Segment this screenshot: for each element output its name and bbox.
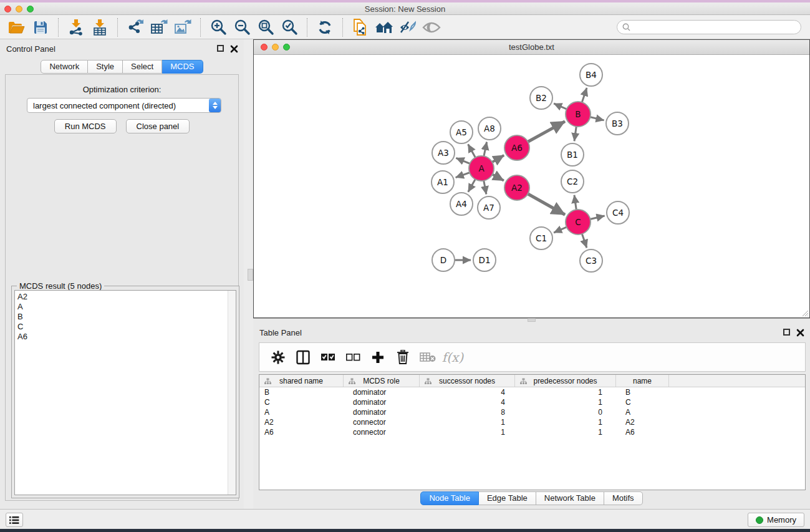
open-session-icon[interactable] — [7, 18, 26, 37]
node-A8[interactable]: A8 — [478, 117, 501, 140]
node-A[interactable]: A — [469, 156, 494, 181]
clone-network-icon[interactable] — [351, 18, 370, 37]
node-C2[interactable]: C2 — [561, 170, 584, 193]
svg-text:C1: C1 — [536, 233, 547, 243]
column-header-successor-nodes[interactable]: successor nodes — [420, 375, 515, 387]
mcds-result-list[interactable]: A2ABCA6 — [14, 290, 236, 495]
import-network-icon[interactable] — [67, 18, 85, 37]
result-item[interactable]: C — [17, 322, 236, 332]
export-network-icon[interactable] — [126, 18, 145, 37]
select-all-icon[interactable] — [317, 348, 339, 367]
result-item[interactable]: A2 — [17, 292, 236, 302]
eye-icon[interactable] — [422, 18, 441, 37]
table-row[interactable]: A6connector11A6 — [259, 427, 805, 437]
node-A3[interactable]: A3 — [432, 142, 455, 164]
svg-text:C: C — [575, 217, 581, 227]
node-C3[interactable]: C3 — [580, 249, 602, 272]
zoom-in-icon[interactable] — [209, 18, 228, 37]
destroy-table-icon[interactable] — [417, 348, 438, 367]
zoom-selected-icon[interactable] — [280, 18, 299, 37]
main-titlebar: Session: New Session — [0, 2, 810, 15]
tab-node-table[interactable]: Node Table — [420, 491, 479, 505]
vertical-split-handle[interactable] — [248, 269, 253, 281]
resize-grip[interactable] — [800, 308, 809, 317]
search-input[interactable] — [617, 20, 801, 34]
delete-column-icon[interactable] — [392, 348, 413, 367]
import-table-icon[interactable] — [90, 18, 109, 37]
houses-icon[interactable] — [375, 18, 393, 37]
gear-icon[interactable] — [268, 348, 289, 367]
run-mcds-button[interactable]: Run MCDS — [54, 119, 117, 133]
svg-text:A: A — [478, 163, 485, 173]
column-header-MCDS-role[interactable]: MCDS role — [344, 375, 420, 387]
optimization-criterion-select[interactable]: largest connected component (directed) — [27, 98, 221, 113]
export-table-icon[interactable] — [150, 18, 168, 37]
table-row[interactable]: A2connector11A2 — [259, 417, 805, 427]
node-A7[interactable]: A7 — [478, 196, 500, 219]
zoom-fit-icon[interactable] — [256, 18, 275, 37]
function-builder-icon[interactable]: f(x) — [442, 350, 463, 365]
hide-graphics-icon[interactable] — [398, 18, 417, 37]
tab-network[interactable]: Network — [41, 60, 88, 74]
cell-predecessor-nodes: 0 — [515, 407, 616, 417]
close-panel-button[interactable]: Close panel — [126, 119, 190, 133]
node-B3[interactable]: B3 — [606, 112, 629, 135]
node-B[interactable]: B — [566, 102, 591, 127]
tab-select[interactable]: Select — [123, 60, 162, 74]
column-header-name[interactable]: name — [616, 375, 669, 387]
tab-edge-table[interactable]: Edge Table — [479, 491, 536, 505]
node-B1[interactable]: B1 — [561, 143, 584, 166]
svg-text:C2: C2 — [567, 177, 578, 186]
column-header-shared-name[interactable]: shared name — [259, 375, 344, 387]
column-header-filler — [669, 375, 805, 387]
float-table-panel-icon[interactable] — [783, 329, 791, 337]
network-window-titlebar[interactable]: testGlobe.txt — [254, 40, 809, 55]
task-history-button[interactable] — [6, 513, 23, 527]
result-item[interactable]: B — [17, 312, 236, 322]
node-A4[interactable]: A4 — [450, 193, 473, 215]
svg-text:B4: B4 — [586, 70, 597, 80]
add-column-icon[interactable] — [367, 348, 388, 367]
result-scrollbar[interactable] — [228, 291, 236, 495]
cell-shared-name: B — [259, 387, 344, 397]
node-A5[interactable]: A5 — [450, 121, 473, 143]
node-C1[interactable]: C1 — [530, 227, 552, 249]
node-C4[interactable]: C4 — [607, 201, 629, 224]
export-image-icon[interactable] — [173, 18, 192, 37]
table-row[interactable]: Cdominator41C — [259, 397, 805, 407]
result-item[interactable]: A6 — [17, 332, 236, 342]
table-row[interactable]: Adominator80A — [259, 407, 805, 417]
node-D1[interactable]: D1 — [473, 249, 496, 271]
node-A2[interactable]: A2 — [504, 175, 529, 200]
refresh-icon[interactable] — [316, 18, 334, 37]
column-header-predecessor-nodes[interactable]: predecessor nodes — [515, 375, 616, 387]
tab-motifs[interactable]: Motifs — [604, 491, 643, 505]
node-B4[interactable]: B4 — [580, 64, 602, 86]
svg-text:A8: A8 — [484, 123, 495, 133]
table-panel-title: Table Panel — [259, 328, 302, 337]
float-panel-icon[interactable] — [217, 45, 225, 53]
result-item[interactable]: A — [17, 302, 236, 312]
tab-mcds[interactable]: MCDS — [162, 60, 203, 74]
memory-button[interactable]: Memory — [748, 513, 804, 527]
tab-network-table[interactable]: Network Table — [536, 491, 604, 505]
node-C[interactable]: C — [566, 210, 591, 235]
close-panel-icon[interactable] — [230, 45, 238, 53]
close-table-panel-icon[interactable] — [796, 329, 804, 337]
cell-predecessor-nodes: 1 — [515, 387, 616, 397]
mcds-result-groupbox: MCDS result (5 nodes) A2ABCA6 — [11, 286, 239, 498]
node-B2[interactable]: B2 — [530, 87, 552, 109]
zoom-out-icon[interactable] — [233, 18, 251, 37]
node-D[interactable]: D — [432, 249, 455, 271]
tab-style[interactable]: Style — [88, 60, 123, 74]
table-row[interactable]: Bdominator41B — [259, 387, 805, 397]
network-canvas[interactable]: B4B2BB3A5A8A6A3B1AA1C2A2A4A7CC4C1C3DD1 — [254, 55, 809, 317]
split-columns-icon[interactable] — [292, 348, 314, 367]
cell-successor-nodes: 4 — [420, 387, 515, 397]
node-A1[interactable]: A1 — [432, 171, 454, 193]
deselect-all-icon[interactable] — [342, 348, 364, 367]
cell-MCDS-role: dominator — [344, 387, 420, 397]
node-A6[interactable]: A6 — [504, 135, 529, 160]
save-session-icon[interactable] — [31, 18, 50, 37]
cell-name: A — [616, 407, 669, 417]
